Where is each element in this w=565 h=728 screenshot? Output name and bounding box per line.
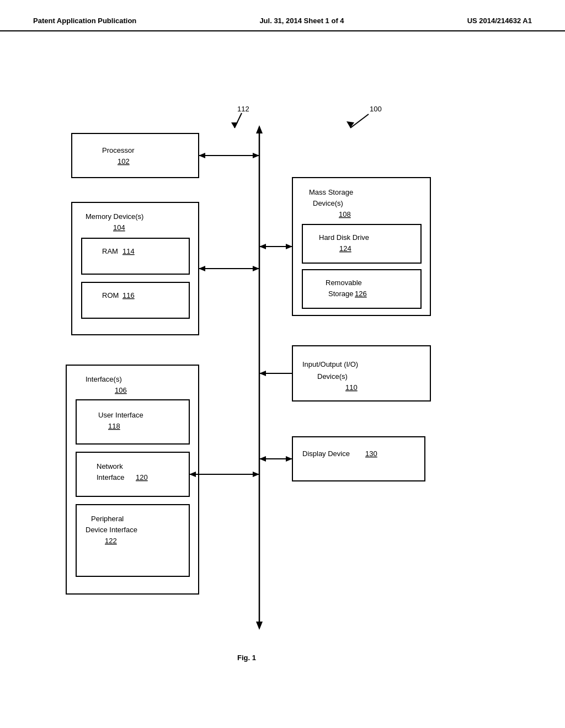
peripheral-ref: 122: [105, 537, 117, 545]
svg-marker-23: [259, 456, 266, 462]
io-label2: Device(s): [317, 372, 348, 381]
mass-storage-label1: Mass Storage: [309, 188, 353, 196]
svg-marker-5: [256, 125, 263, 133]
processor-label: Processor: [102, 146, 135, 154]
user-interface-ref: 118: [108, 422, 120, 430]
svg-marker-8: [199, 153, 205, 158]
display-box: [292, 437, 425, 481]
hdd-label: Hard Disk Drive: [319, 233, 369, 242]
header-left: Patent Application Publication: [33, 17, 136, 25]
header-right: US 2014/214632 A1: [467, 17, 532, 25]
removable-box: [302, 270, 421, 308]
svg-marker-18: [259, 244, 266, 249]
processor-ref: 102: [118, 157, 130, 165]
network-interface-label1: Network: [97, 462, 123, 470]
io-box: [292, 346, 430, 401]
ref112-label: 112: [237, 105, 249, 113]
display-ref: 130: [365, 449, 377, 458]
mass-storage-ref: 108: [339, 210, 351, 218]
svg-marker-6: [256, 622, 263, 630]
io-ref: 110: [345, 383, 358, 392]
user-interface-label: User Interface: [98, 411, 143, 419]
mass-storage-label2: Device(s): [313, 199, 343, 207]
rom-ref: 116: [122, 291, 135, 299]
header-center: Jul. 31, 2014 Sheet 1 of 4: [259, 17, 344, 25]
svg-marker-11: [199, 266, 205, 271]
svg-marker-12: [253, 266, 259, 271]
diagram-area: 100 112 Processor 102 Memory Device(s) 1…: [0, 31, 565, 715]
user-interface-box: [76, 400, 189, 444]
peripheral-label2: Device Interface: [86, 526, 137, 534]
svg-marker-17: [286, 244, 292, 249]
ref100-label: 100: [370, 105, 382, 113]
memory-ref: 104: [113, 223, 125, 232]
network-interface-box: [76, 452, 189, 496]
removable-label1: Removable: [326, 279, 362, 287]
svg-marker-3: [231, 122, 238, 128]
interfaces-ref: 106: [115, 386, 127, 394]
display-label: Display Device: [302, 449, 350, 458]
peripheral-label1: Peripheral: [91, 515, 124, 523]
svg-line-0: [350, 114, 369, 128]
svg-marker-15: [253, 472, 259, 477]
ram-box: [82, 238, 189, 274]
svg-marker-20: [259, 371, 266, 376]
svg-marker-22: [286, 456, 292, 462]
processor-box: [72, 133, 199, 178]
hdd-box: [302, 224, 421, 263]
hdd-ref: 124: [339, 244, 351, 253]
removable-ref: 126: [355, 290, 367, 298]
rom-box: [82, 282, 189, 318]
fig-label: Fig. 1: [237, 654, 256, 662]
svg-marker-9: [253, 153, 259, 158]
io-label1: Input/Output (I/O): [302, 360, 358, 368]
ram-label: RAM: [102, 247, 118, 255]
interfaces-label: Interface(s): [86, 375, 122, 383]
page-header: Patent Application Publication Jul. 31, …: [0, 0, 565, 31]
svg-marker-1: [347, 121, 354, 128]
ram-ref: 114: [122, 247, 135, 255]
rom-label: ROM: [102, 291, 119, 299]
memory-label: Memory Device(s): [86, 212, 143, 221]
network-interface-ref: 120: [136, 473, 148, 481]
network-interface-label2: Interface: [97, 473, 125, 481]
removable-label2: Storage: [328, 290, 354, 298]
